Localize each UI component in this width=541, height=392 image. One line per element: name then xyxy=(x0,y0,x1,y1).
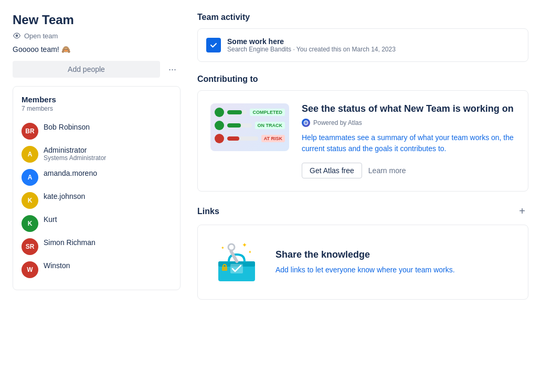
contributing-desc: Help teammates see a summary of what you… xyxy=(302,132,515,154)
open-team-row: Open team xyxy=(13,31,181,40)
svg-text:✦: ✦ xyxy=(221,246,225,250)
status-bar-fill xyxy=(227,123,241,128)
member-name: Administrator xyxy=(44,146,106,154)
svg-point-7 xyxy=(228,244,235,250)
status-bar-bg xyxy=(227,110,247,114)
status-visual: COMPLETEDON TRACKAT RISK xyxy=(210,103,289,151)
member-role: Systems Administrator xyxy=(44,154,106,162)
svg-text:✦: ✦ xyxy=(242,241,247,249)
list-item[interactable]: SRSimon Richman xyxy=(22,235,172,258)
status-icon xyxy=(215,108,224,117)
members-list: BRBob RobinsonAAdministratorSystems Admi… xyxy=(22,120,172,281)
svg-point-0 xyxy=(16,35,18,37)
list-item[interactable]: AAdministratorSystems Administrator xyxy=(22,143,172,166)
list-item[interactable]: BRBob Robinson xyxy=(22,120,172,143)
member-info: Winston xyxy=(44,261,70,270)
check-icon xyxy=(206,38,221,52)
member-info: AdministratorSystems Administrator xyxy=(44,146,106,162)
member-name: kate.johnson xyxy=(44,192,85,200)
links-header: Links + xyxy=(197,204,528,218)
team-activity-title: Team activity xyxy=(197,13,528,22)
links-section: Links + ✦ ✦ xyxy=(197,204,528,300)
left-panel: New Team Open team Gooooo team! 🙈 Add pe… xyxy=(13,13,181,379)
atlas-label: Powered by Atlas xyxy=(313,119,362,126)
status-bar-fill xyxy=(227,136,239,141)
avatar: K xyxy=(22,215,38,232)
member-info: Kurt xyxy=(44,215,57,224)
team-description: Gooooo team! 🙈 xyxy=(13,45,181,54)
get-atlas-button[interactable]: Get Atlas free xyxy=(302,163,362,178)
members-count: 7 members xyxy=(22,105,172,112)
more-options-button[interactable]: ··· xyxy=(164,62,181,77)
list-item[interactable]: KKurt xyxy=(22,212,172,235)
member-name: amanda.moreno xyxy=(44,169,97,177)
members-card: Members 7 members BRBob RobinsonAAdminis… xyxy=(13,86,181,290)
member-info: amanda.moreno xyxy=(44,169,97,177)
status-bar-row: ON TRACK xyxy=(215,121,285,130)
member-name: Winston xyxy=(44,261,70,270)
avatar: K xyxy=(22,192,38,209)
list-item[interactable]: Kkate.johnson xyxy=(22,189,172,212)
member-info: kate.johnson xyxy=(44,192,85,200)
member-name: Simon Richman xyxy=(44,238,96,247)
avatar: BR xyxy=(22,123,38,140)
btn-row: Get Atlas free Learn more xyxy=(302,163,515,178)
status-icon xyxy=(215,121,224,130)
add-link-button[interactable]: + xyxy=(516,204,528,218)
member-name: Bob Robinson xyxy=(44,123,90,131)
avatar: A xyxy=(22,169,38,186)
links-card: ✦ ✦ ✦ Share the knowledge Add links xyxy=(197,225,528,300)
contributing-content: See the status of what New Team is worki… xyxy=(302,103,515,178)
svg-text:✦: ✦ xyxy=(248,250,252,255)
status-bar-bg xyxy=(227,123,252,128)
avatar: W xyxy=(22,261,38,278)
activity-card: Some work here Search Engine Bandits · Y… xyxy=(197,28,528,62)
status-bar-row: AT RISK xyxy=(215,134,285,143)
member-name: Kurt xyxy=(44,215,57,224)
links-title: Links xyxy=(197,207,219,216)
add-people-button[interactable]: Add people xyxy=(13,61,160,78)
activity-name: Some work here xyxy=(227,37,396,46)
eye-icon xyxy=(13,31,21,40)
member-info: Simon Richman xyxy=(44,238,96,247)
list-item[interactable]: WWinston xyxy=(22,258,172,281)
learn-more-button[interactable]: Learn more xyxy=(366,163,408,178)
contributing-card: COMPLETEDON TRACKAT RISK See the status … xyxy=(197,90,528,192)
avatar: SR xyxy=(22,238,38,255)
status-icon xyxy=(215,134,224,143)
open-team-label: Open team xyxy=(24,32,58,40)
atlas-row: Powered by Atlas xyxy=(302,119,515,127)
atlas-icon xyxy=(302,119,310,127)
contributing-section: Contributing to COMPLETEDON TRACKAT RISK… xyxy=(197,75,528,192)
team-title: New Team xyxy=(13,13,181,27)
member-info: Bob Robinson xyxy=(44,123,90,131)
status-label: AT RISK xyxy=(261,135,285,142)
links-content: Share the knowledge Add links to let eve… xyxy=(275,249,455,276)
status-bar-fill xyxy=(227,110,242,114)
right-panel: Team activity Some work here Search Engi… xyxy=(197,13,528,379)
links-illustration: ✦ ✦ ✦ xyxy=(210,238,263,287)
contributing-title: Contributing to xyxy=(197,75,528,84)
activity-info: Some work here Search Engine Bandits · Y… xyxy=(227,37,396,53)
toolbox-svg: ✦ ✦ ✦ xyxy=(210,238,263,285)
members-title: Members xyxy=(22,95,172,104)
activity-sub: Search Engine Bandits · You created this… xyxy=(227,46,396,53)
add-people-row: Add people ··· xyxy=(13,61,181,78)
svg-rect-12 xyxy=(222,267,227,271)
contributing-heading: See the status of what New Team is worki… xyxy=(302,103,515,114)
list-item[interactable]: Aamanda.moreno xyxy=(22,166,172,189)
status-bar-bg xyxy=(227,136,258,141)
links-desc: Add links to let everyone know where you… xyxy=(275,264,455,276)
links-heading: Share the knowledge xyxy=(275,249,455,260)
status-bar-row: COMPLETED xyxy=(215,108,285,117)
avatar: A xyxy=(22,146,38,163)
status-label: COMPLETED xyxy=(250,109,285,116)
status-label: ON TRACK xyxy=(255,122,285,129)
